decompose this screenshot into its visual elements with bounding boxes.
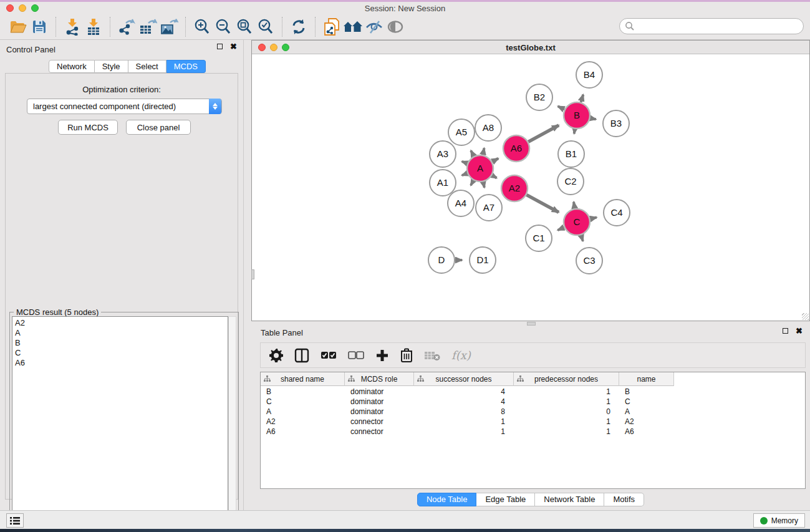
edge-B-B1[interactable] bbox=[574, 129, 575, 134]
tab-motifs[interactable]: Motifs bbox=[604, 493, 644, 506]
export-table-icon[interactable] bbox=[137, 16, 158, 37]
zoom-out-icon[interactable] bbox=[213, 16, 234, 37]
tab-node-table[interactable]: Node Table bbox=[417, 493, 477, 506]
mcds-panel: Optimization criterion: largest connecte… bbox=[5, 73, 238, 500]
node-label-A7: A7 bbox=[483, 202, 494, 213]
node-label-C: C bbox=[574, 216, 581, 227]
delete-column-icon[interactable] bbox=[400, 346, 413, 365]
edge-A2-C[interactable] bbox=[526, 195, 559, 212]
network-window-titlebar[interactable]: testGlobe.txt bbox=[252, 41, 809, 54]
toolbar-separator bbox=[110, 17, 110, 37]
table-row[interactable]: Bdominator41B bbox=[261, 387, 805, 397]
horizontal-splitter-grip[interactable] bbox=[527, 322, 536, 326]
node-label-A4: A4 bbox=[455, 198, 466, 208]
table-row[interactable]: A6connector11A6 bbox=[261, 427, 805, 437]
splitter-grip[interactable] bbox=[251, 269, 254, 279]
task-history-button[interactable] bbox=[6, 513, 24, 528]
tab-mcds[interactable]: MCDS bbox=[166, 60, 206, 73]
edge-B-B2[interactable] bbox=[558, 106, 564, 109]
search-input[interactable] bbox=[619, 18, 804, 34]
function-builder-icon[interactable]: f(x) bbox=[451, 346, 471, 365]
show-all-icon[interactable] bbox=[385, 16, 406, 37]
result-scrollbar[interactable] bbox=[228, 316, 236, 525]
open-file-icon[interactable] bbox=[7, 16, 29, 37]
result-item[interactable]: C bbox=[15, 348, 228, 358]
tab-style[interactable]: Style bbox=[95, 60, 128, 73]
tree-hierarchy-icon bbox=[517, 375, 524, 384]
settings-gear-icon[interactable] bbox=[269, 346, 283, 365]
memory-button[interactable]: Memory bbox=[753, 513, 805, 528]
add-column-icon[interactable] bbox=[375, 346, 389, 365]
export-image-icon[interactable] bbox=[158, 16, 180, 37]
network-graph: AA1A2A3A4A5A6A7A8BB1B2B3B4CC1C2C3C4DD1 bbox=[252, 54, 809, 321]
result-item[interactable]: B bbox=[15, 338, 228, 348]
close-table-panel-icon[interactable]: ✖ bbox=[796, 328, 803, 334]
edge-A-A1[interactable] bbox=[462, 173, 468, 175]
refresh-icon[interactable] bbox=[288, 16, 309, 37]
tree-hierarchy-icon bbox=[348, 375, 355, 384]
result-item[interactable]: A6 bbox=[15, 358, 228, 368]
node-label-A1: A1 bbox=[437, 177, 448, 188]
search-icon bbox=[625, 21, 635, 31]
edge-A-A4[interactable] bbox=[471, 180, 473, 185]
edge-A-A8[interactable] bbox=[483, 148, 484, 155]
edge-B-B3[interactable] bbox=[591, 118, 596, 119]
import-table-icon[interactable] bbox=[83, 16, 104, 37]
hide-selected-icon[interactable] bbox=[364, 16, 385, 37]
edge-A-A6[interactable] bbox=[492, 158, 498, 162]
result-item[interactable]: A2 bbox=[15, 318, 228, 328]
mcds-result-list[interactable]: A2ABCA6 bbox=[12, 316, 228, 525]
clone-network-icon[interactable] bbox=[321, 16, 342, 37]
tab-edge-table[interactable]: Edge Table bbox=[476, 493, 535, 506]
zoom-fit-icon[interactable] bbox=[234, 16, 255, 37]
edge-C-C4[interactable] bbox=[590, 218, 596, 219]
home-layout-icon[interactable] bbox=[342, 16, 364, 37]
table-row[interactable]: Adominator80A bbox=[261, 407, 805, 417]
column-header-name[interactable]: name bbox=[619, 372, 674, 386]
column-view-icon[interactable] bbox=[294, 346, 309, 365]
edge-A-A5[interactable] bbox=[471, 150, 474, 156]
table-cell: A6 bbox=[261, 427, 345, 437]
node-label-A8: A8 bbox=[483, 122, 494, 133]
table-row[interactable]: A2connector11A2 bbox=[261, 417, 805, 427]
table-row[interactable]: Cdominator41C bbox=[261, 397, 805, 407]
table-cell: B bbox=[619, 387, 674, 397]
list-icon bbox=[10, 516, 20, 525]
edge-A-A3[interactable] bbox=[462, 162, 468, 163]
column-header-predecessor-nodes[interactable]: predecessor nodes bbox=[514, 372, 619, 386]
zoom-in-icon[interactable] bbox=[191, 16, 213, 37]
float-table-panel-icon[interactable] bbox=[783, 328, 788, 334]
zoom-selected-icon[interactable] bbox=[255, 16, 276, 37]
float-panel-icon[interactable] bbox=[217, 44, 223, 49]
edge-C-C1[interactable] bbox=[557, 228, 564, 230]
tab-network-table[interactable]: Network Table bbox=[535, 493, 604, 506]
node-table[interactable]: shared nameMCDS rolesuccessor nodesprede… bbox=[260, 372, 806, 489]
network-canvas[interactable]: AA1A2A3A4A5A6A7A8BB1B2B3B4CC1C2C3C4DD1 bbox=[252, 54, 809, 321]
edge-A-A7[interactable] bbox=[483, 181, 485, 187]
deselect-all-icon[interactable] bbox=[348, 346, 364, 365]
select-all-icon[interactable] bbox=[321, 346, 337, 365]
window-resize-grip[interactable] bbox=[802, 313, 809, 320]
control-panel-title: Control Panel bbox=[6, 45, 55, 54]
criterion-select[interactable]: largest connected component (directed) bbox=[27, 99, 222, 114]
export-network-icon[interactable] bbox=[116, 16, 137, 37]
edge-A-A2[interactable] bbox=[492, 175, 496, 178]
tab-select[interactable]: Select bbox=[128, 60, 166, 73]
edge-C-C3[interactable] bbox=[581, 235, 583, 241]
edge-A6-B[interactable] bbox=[528, 125, 559, 142]
column-header-shared-name[interactable]: shared name bbox=[261, 372, 345, 386]
close-panel-icon[interactable]: ✖ bbox=[230, 44, 237, 49]
result-item[interactable]: A bbox=[15, 328, 228, 338]
edge-B-B4[interactable] bbox=[581, 95, 583, 102]
delete-table-icon[interactable] bbox=[424, 346, 440, 365]
import-network-icon[interactable] bbox=[62, 16, 83, 37]
table-cell: 1 bbox=[414, 427, 514, 437]
column-header-successor-nodes[interactable]: successor nodes bbox=[414, 372, 514, 386]
table-toolbar: f(x) bbox=[260, 342, 806, 368]
edge-C-C2[interactable] bbox=[574, 202, 575, 209]
run-mcds-button[interactable]: Run MCDS bbox=[58, 120, 118, 135]
close-panel-button[interactable]: Close panel bbox=[126, 120, 191, 135]
tab-network[interactable]: Network bbox=[49, 60, 95, 73]
save-session-icon[interactable] bbox=[29, 16, 50, 37]
column-header-MCDS-role[interactable]: MCDS role bbox=[345, 372, 414, 386]
